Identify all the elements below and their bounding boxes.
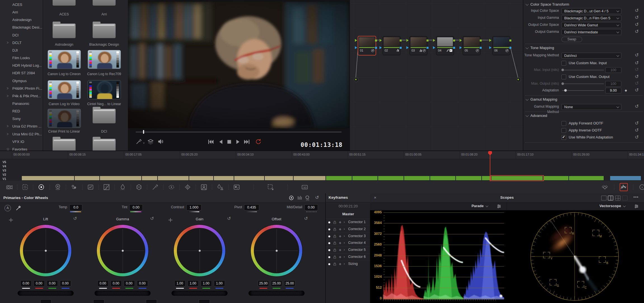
lock-icon[interactable] <box>333 255 337 259</box>
single-view-icon[interactable] <box>601 196 606 200</box>
wheel-value-box[interactable]: 25.00 <box>258 280 269 286</box>
timeline-clip[interactable] <box>543 176 569 180</box>
wheel-center-dot[interactable] <box>45 250 47 252</box>
use-white-point-adaptation-checkbox[interactable] <box>561 135 566 140</box>
wheel-value-box[interactable]: 1.00 <box>201 280 212 286</box>
wipe-icon[interactable] <box>147 138 154 145</box>
wheel-value-box[interactable]: 0.00 <box>20 280 32 286</box>
keyframe-row-sizing[interactable]: ◆›Sizing <box>326 260 371 268</box>
color-wheels-icon[interactable] <box>38 183 45 191</box>
chevron-right-icon[interactable]: › <box>344 220 345 224</box>
chevron-down-icon[interactable]: ˅ <box>143 142 145 145</box>
chevron-right-icon[interactable]: › <box>344 234 345 238</box>
reset-icon[interactable]: ↺ <box>635 80 639 86</box>
lock-icon[interactable] <box>333 262 337 266</box>
lock-icon[interactable] <box>333 248 337 252</box>
max-output-slider[interactable] <box>562 84 604 84</box>
color-wheel[interactable] <box>20 225 71 276</box>
step-back-icon[interactable] <box>217 138 224 145</box>
wheel-value-box[interactable]: 1.00 <box>214 280 225 286</box>
timeline-clip[interactable] <box>430 176 456 180</box>
keyframe-diamond-icon[interactable]: ◆ <box>625 89 627 92</box>
reset-icon[interactable]: ↺ <box>635 8 639 13</box>
color-wheel[interactable] <box>251 225 302 276</box>
timeline-clip[interactable] <box>326 176 352 180</box>
mid-detail-value[interactable]: 0.00 <box>305 204 318 211</box>
wheel-value-box[interactable]: 0.00 <box>60 280 71 286</box>
node-06[interactable]: 06 <box>492 36 510 55</box>
node-graph[interactable]: 01020304✓0506 <box>349 0 523 151</box>
sidebar-item-hdr-st-2084[interactable]: HDR ST 2084 <box>0 69 43 77</box>
more-icon[interactable]: ••• <box>633 195 639 199</box>
sizing-icon[interactable] <box>267 183 274 191</box>
master-wheel[interactable] <box>18 291 74 296</box>
timeline-playhead-line[interactable] <box>490 151 490 181</box>
chevron-right-icon[interactable]: › <box>344 262 345 266</box>
keyframe-diamond-icon[interactable]: ◆ <box>339 241 341 245</box>
auto-balance-icon[interactable]: A <box>4 205 11 211</box>
wheel-value-box[interactable]: 0.00 <box>111 280 122 286</box>
master-wheel[interactable] <box>172 291 228 296</box>
swap-button[interactable]: Swap <box>561 37 582 42</box>
keyframe-diamond-icon[interactable]: ◆ <box>339 262 341 266</box>
bars-view-icon[interactable] <box>296 195 303 201</box>
value-box[interactable] <box>40 299 51 303</box>
wheel-value-box[interactable]: 25.00 <box>284 280 295 286</box>
apply-forward-ootf-checkbox[interactable] <box>561 121 566 126</box>
power-window-icon[interactable] <box>168 183 175 191</box>
video-canvas[interactable] <box>128 2 349 128</box>
chevron-right-icon[interactable]: › <box>344 255 345 259</box>
enable-dot-icon[interactable] <box>328 228 330 230</box>
reset-icon[interactable]: ↺ <box>635 103 639 109</box>
sidebar-item-ursa-mini-g2-ph[interactable]: >Ursa Mini G2 Ph... <box>0 130 43 138</box>
wheel-value-box[interactable]: 1.00 <box>174 280 186 286</box>
reset-icon[interactable]: ↺ <box>635 29 639 34</box>
lock-icon[interactable] <box>333 220 337 224</box>
node-04[interactable]: 04✓ <box>436 36 454 55</box>
timeline-clip[interactable] <box>234 176 264 180</box>
master-wheel[interactable] <box>95 291 151 296</box>
blur-icon[interactable] <box>216 183 224 191</box>
value-box[interactable] <box>93 299 104 303</box>
play-icon[interactable] <box>234 138 242 145</box>
max-input-slider[interactable] <box>562 70 604 70</box>
sidebar-item-astrodesign[interactable]: Astrodesign <box>0 16 43 24</box>
timeline-clip[interactable] <box>100 176 142 180</box>
wheel-value-box[interactable]: 25.00 <box>271 280 282 286</box>
hdr-grade-icon[interactable]: HDR <box>54 183 62 191</box>
node-03[interactable]: 03 <box>409 36 427 55</box>
reset-icon[interactable]: ↺ <box>635 67 639 73</box>
rgb-mixer-icon[interactable] <box>87 183 94 191</box>
tint-value[interactable]: 0.00 <box>129 204 143 211</box>
apply-inverse-ootf-checkbox[interactable] <box>561 128 566 133</box>
contrast-value[interactable]: 1.000 <box>186 204 202 211</box>
magic-mask-icon[interactable] <box>200 183 208 191</box>
timeline-clip[interactable] <box>158 176 189 180</box>
enable-dot-icon[interactable] <box>328 249 330 251</box>
wheel-value-box[interactable]: 0.00 <box>47 280 58 286</box>
color-wheel[interactable] <box>174 225 225 276</box>
curves-icon[interactable] <box>103 183 110 191</box>
sidebar-item-sony[interactable]: Sony <box>0 115 43 122</box>
quad-view-icon[interactable] <box>615 196 620 200</box>
wheel-center-dot[interactable] <box>276 250 278 252</box>
sidebar-item-arri[interactable]: Arri <box>0 8 43 16</box>
picker-icon[interactable] <box>15 205 22 211</box>
eyedropper-icon[interactable] <box>135 138 142 145</box>
loop-icon[interactable] <box>254 138 262 145</box>
parade-mode-select[interactable]: Parade <box>472 204 488 208</box>
keyframe-diamond-icon[interactable]: ◆ <box>339 248 341 252</box>
reset-icon[interactable]: ↺ <box>635 87 639 93</box>
adaptation-slider[interactable] <box>562 90 604 91</box>
wheel-center-dot[interactable] <box>122 250 124 252</box>
timeline-clip[interactable] <box>189 176 214 180</box>
skip-start-icon[interactable] <box>207 138 214 145</box>
sidebar-item-p4-6k-phntm-fi[interactable]: >P4&6K Phntm Fi... <box>0 85 43 92</box>
gamut-mapping-method-select[interactable]: None <box>561 104 621 110</box>
tone-mapping-method-select[interactable]: DaVinci <box>561 53 621 59</box>
use-custom-max-output-checkbox[interactable] <box>561 75 566 79</box>
sidebar-item-p4k-p6k-phnt[interactable]: >P4k & P6k Phnt... <box>0 92 43 100</box>
enable-dot-icon[interactable] <box>328 256 330 258</box>
output-gamma-select[interactable]: DaVinci Intermediate <box>561 29 621 35</box>
eyedropper-icon[interactable] <box>151 183 159 191</box>
